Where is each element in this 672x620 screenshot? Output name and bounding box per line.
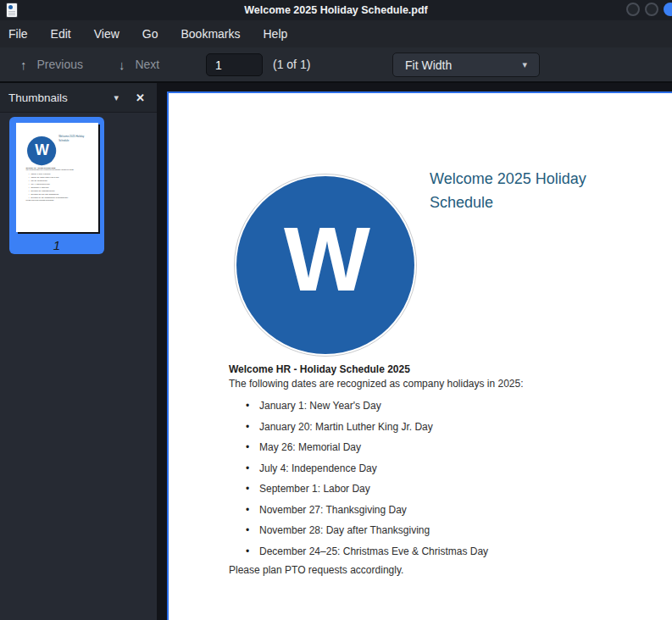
holiday-item: September 1: Labor Day bbox=[229, 484, 488, 494]
chevron-down-icon: ▾ bbox=[522, 59, 527, 70]
holiday-item: January 20: Martin Luther King Jr. Day bbox=[229, 422, 488, 432]
sidebar-pane-dropdown-icon[interactable]: ▾ bbox=[114, 92, 119, 103]
holiday-list: January 1: New Year's Day January 20: Ma… bbox=[229, 401, 488, 567]
minimize-button[interactable] bbox=[626, 3, 640, 16]
document-footer: Please plan PTO requests accordingly. bbox=[25, 200, 54, 202]
holiday-item: December 24–25: Christmas Eve & Christma… bbox=[25, 197, 68, 198]
holiday-list: January 1: New Year's Day January 20: Ma… bbox=[25, 173, 68, 200]
thumbnail-page-preview: W Welcome 2025 Holiday Schedule Welcome … bbox=[16, 123, 98, 232]
close-button[interactable] bbox=[664, 3, 672, 16]
thumbnails-sidebar: Thumbnails ▾ ✕ W Welcome 2025 Holiday Sc… bbox=[0, 83, 157, 620]
holiday-item: November 27: Thanksgiving Day bbox=[25, 190, 68, 191]
document-intro: The following dates are recognized as co… bbox=[229, 378, 524, 390]
holiday-item: November 28: Day after Thanksgiving bbox=[229, 525, 488, 535]
holiday-item: September 1: Labor Day bbox=[25, 186, 68, 188]
content-area: Thumbnails ▾ ✕ W Welcome 2025 Holiday Sc… bbox=[0, 83, 672, 620]
previous-label: Previous bbox=[37, 58, 83, 71]
next-label: Next bbox=[135, 58, 159, 71]
document-footer: Please plan PTO requests accordingly. bbox=[229, 564, 403, 576]
pdf-viewer-window: Welcome 2025 Holiday Schedule.pdf File E… bbox=[0, 0, 672, 620]
holiday-item: January 1: New Year's Day bbox=[229, 401, 488, 411]
logo-letter-w: W bbox=[35, 142, 48, 159]
holiday-item: December 24–25: Christmas Eve & Christma… bbox=[229, 546, 488, 556]
menubar: File Edit View Go Bookmarks Help bbox=[0, 20, 672, 47]
document-heading: Welcome HR - Holiday Schedule 2025 bbox=[229, 363, 410, 375]
zoom-level-value: Fit Width bbox=[405, 58, 452, 72]
holiday-item: November 27: Thanksgiving Day bbox=[229, 505, 488, 515]
page-count-label: (1 of 1) bbox=[273, 58, 310, 71]
thumbnail-page-1[interactable]: W Welcome 2025 Holiday Schedule Welcome … bbox=[9, 117, 104, 254]
up-arrow-icon: ↑ bbox=[20, 58, 27, 72]
holiday-item: November 28: Day after Thanksgiving bbox=[25, 193, 68, 195]
thumbnail-list: W Welcome 2025 Holiday Schedule Welcome … bbox=[0, 113, 157, 254]
holiday-item: May 26: Memorial Day bbox=[229, 442, 488, 452]
sidebar-header: Thumbnails ▾ ✕ bbox=[0, 83, 157, 113]
logo-circle: W bbox=[236, 176, 414, 354]
pdf-page-content: W Welcome 2025 Holiday Schedule Welcome … bbox=[169, 93, 672, 620]
menu-view[interactable]: View bbox=[94, 27, 119, 41]
window-title: Welcome 2025 Holiday Schedule.pdf bbox=[244, 4, 428, 16]
titlebar: Welcome 2025 Holiday Schedule.pdf bbox=[0, 0, 672, 20]
document-view[interactable]: W Welcome 2025 Holiday Schedule Welcome … bbox=[157, 83, 672, 620]
document-title: Welcome 2025 Holiday Schedule bbox=[58, 135, 88, 142]
menu-bookmarks[interactable]: Bookmarks bbox=[180, 27, 240, 41]
document-title: Welcome 2025 Holiday Schedule bbox=[430, 168, 612, 214]
toolbar: ↑ Previous ↓ Next (1 of 1) Fit Width ▾ bbox=[0, 47, 672, 83]
document-intro: The following dates are recognized as co… bbox=[25, 169, 74, 171]
menu-file[interactable]: File bbox=[8, 27, 28, 41]
menu-go[interactable]: Go bbox=[142, 27, 158, 41]
thumbnail-page-number: 1 bbox=[53, 238, 60, 252]
pdf-page-content: W Welcome 2025 Holiday Schedule Welcome … bbox=[16, 123, 98, 232]
holiday-item: January 1: New Year's Day bbox=[25, 173, 68, 174]
page-number-input[interactable] bbox=[206, 53, 263, 76]
holiday-item: January 20: Martin Luther King Jr. Day bbox=[25, 176, 68, 178]
sidebar-title: Thumbnails bbox=[8, 91, 114, 104]
sidebar-close-icon[interactable]: ✕ bbox=[136, 91, 145, 104]
holiday-item: May 26: Memorial Day bbox=[25, 180, 68, 181]
document-app-icon bbox=[7, 3, 17, 17]
holiday-item: July 4: Independence Day bbox=[229, 463, 488, 473]
menu-edit[interactable]: Edit bbox=[51, 27, 71, 41]
window-buttons bbox=[626, 3, 672, 16]
logo-letter-w: W bbox=[284, 213, 367, 317]
maximize-button[interactable] bbox=[645, 3, 658, 16]
menu-help[interactable]: Help bbox=[264, 27, 288, 41]
company-logo: W bbox=[26, 136, 56, 165]
zoom-level-dropdown[interactable]: Fit Width ▾ bbox=[392, 53, 540, 77]
previous-page-button[interactable]: ↑ Previous bbox=[12, 58, 92, 72]
down-arrow-icon: ↓ bbox=[119, 58, 125, 72]
pdf-page[interactable]: W Welcome 2025 Holiday Schedule Welcome … bbox=[167, 91, 672, 620]
next-page-button[interactable]: ↓ Next bbox=[110, 58, 168, 72]
holiday-item: July 4: Independence Day bbox=[25, 183, 68, 185]
company-logo: W bbox=[234, 174, 417, 357]
logo-circle: W bbox=[27, 136, 56, 165]
